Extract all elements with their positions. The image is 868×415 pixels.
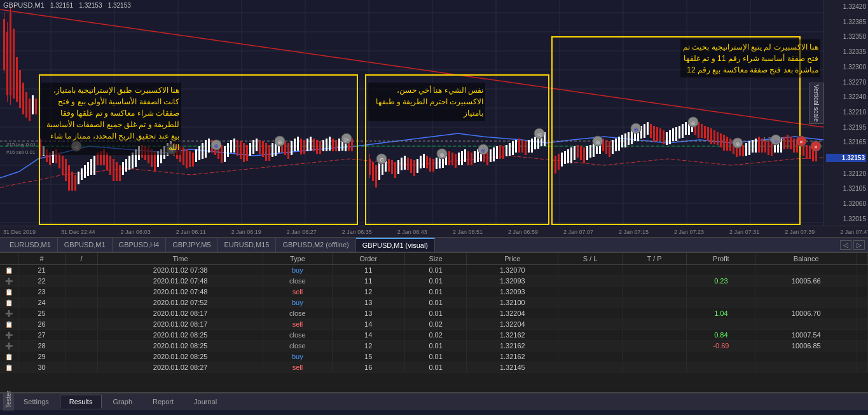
svg-rect-90 <box>189 151 191 167</box>
chart-area: ◁ 4 ◎ ◎ ▷ ⊙ ◎ ◎ ◁ ◎ ◎ ◎ ◎ ◎ ✕ ✕ 1.32153 <box>0 0 868 226</box>
chart-tab-prev[interactable]: ◁ <box>840 240 851 250</box>
table-header-row: # / Time Type Order Size Price S / L T /… <box>0 253 868 265</box>
svg-rect-239 <box>682 124 684 138</box>
svg-text:◎: ◎ <box>278 140 282 144</box>
row-id: 23 <box>18 287 65 297</box>
row-slash <box>65 308 98 319</box>
row-balance: 10007.54 <box>755 330 857 341</box>
col-num: # <box>18 253 65 265</box>
row-spacer <box>857 308 868 319</box>
svg-rect-40 <box>32 95 34 114</box>
svg-rect-57 <box>84 165 86 178</box>
row-icon-cell: ➕ <box>0 330 18 341</box>
table-row[interactable]: ➕ 27 2020.01.02 08:25 close 14 0.02 1.32… <box>0 330 868 341</box>
row-sl <box>558 330 622 341</box>
svg-rect-106 <box>240 141 242 159</box>
price-8: 1.32210 <box>826 109 866 116</box>
price-2: 1.32385 <box>826 18 866 25</box>
chart-tab-eurusd-m1[interactable]: EURUSD,M1 <box>3 238 58 252</box>
svg-rect-114 <box>265 143 267 161</box>
price-12: 1.32120 <box>826 170 866 177</box>
svg-rect-193 <box>528 140 530 153</box>
col-type: Type <box>263 253 332 265</box>
svg-rect-132 <box>322 140 324 151</box>
row-price: 1.32162 <box>467 351 558 362</box>
table-row[interactable]: ➕ 22 2020.01.02 07:48 close 11 0.01 1.32… <box>0 276 868 287</box>
table-row[interactable]: ➕ 25 2020.01.02 08:17 close 13 0.01 1.32… <box>0 308 868 319</box>
svg-rect-190 <box>518 139 520 153</box>
svg-rect-263 <box>758 137 760 153</box>
svg-text:#16 sell 0.01: #16 sell 0.01 <box>6 149 36 155</box>
svg-rect-153 <box>401 158 403 170</box>
svg-rect-128 <box>310 137 312 151</box>
table-row[interactable]: 📋 23 2020.01.02 07:48 sell 12 0.01 1.320… <box>0 287 868 297</box>
time-2: 2 Jan 06:03 <box>121 229 151 235</box>
svg-rect-250 <box>717 132 719 145</box>
chart-tab-eurusd-m15[interactable]: EURUSD,M15 <box>218 238 277 252</box>
table-row[interactable]: 📋 26 2020.01.02 08:17 sell 14 0.02 1.322… <box>0 319 868 330</box>
svg-rect-171 <box>458 153 460 165</box>
row-profit <box>687 287 755 297</box>
row-price: 1.32145 <box>467 362 558 373</box>
table-row[interactable]: 📋 21 2020.01.02 07:38 buy 11 0.01 1.3207… <box>0 265 868 276</box>
col-balance: Balance <box>755 253 857 265</box>
chart-tab-gbpusd-m2-offline[interactable]: GBPUSD,M2 (offline) <box>276 238 355 252</box>
chart-tab-gbpusd-h4[interactable]: GBPUSD,H4 <box>113 238 167 252</box>
row-sl <box>558 341 622 351</box>
svg-rect-163 <box>432 159 434 172</box>
svg-rect-88 <box>183 147 184 165</box>
time-axis: 31 Dec 2019 31 Dec 22:44 2 Jan 06:03 2 J… <box>0 226 868 237</box>
time-11: 2 Jan 07:15 <box>619 229 649 235</box>
table-row[interactable]: 📋 29 2020.01.02 08:25 buy 15 0.01 1.3216… <box>0 351 868 362</box>
row-id: 21 <box>18 265 65 276</box>
bottom-tab-settings[interactable]: Settings <box>14 395 59 409</box>
row-slash <box>65 276 98 287</box>
chart-tab-gbpjpy-m5[interactable]: GBPJPY,M5 <box>166 238 217 252</box>
row-type: buy <box>263 297 332 308</box>
chart-header: GBPUSD,M1 1.32151 1.32153 1.32153 <box>3 1 131 9</box>
row-type: sell <box>263 287 332 297</box>
table-row[interactable]: ➕ 28 2020.01.02 08:25 close 12 0.01 1.32… <box>0 341 868 351</box>
vertical-scale-button[interactable]: Vertical scale <box>809 83 823 124</box>
bottom-tab-report[interactable]: Report <box>143 395 183 409</box>
row-price: 1.32093 <box>467 276 558 287</box>
bottom-tab-results[interactable]: Results <box>60 395 102 409</box>
row-order: 16 <box>332 362 404 373</box>
table-row[interactable]: 📋 24 2020.01.02 07:52 buy 13 0.01 1.3210… <box>0 297 868 308</box>
svg-rect-208 <box>583 147 585 163</box>
row-balance: 10006.70 <box>755 308 857 319</box>
row-id: 25 <box>18 308 65 319</box>
svg-rect-279 <box>809 146 811 159</box>
svg-rect-217 <box>612 140 614 154</box>
tester-label[interactable]: Tester <box>3 393 14 411</box>
chart-tab-gbpusd-m1-visual[interactable]: GBPUSD,M1 (visual) <box>356 238 435 252</box>
col-slash: / <box>65 253 98 265</box>
row-time: 2020.01.02 07:38 <box>98 265 263 276</box>
svg-rect-221 <box>624 133 626 147</box>
row-sl <box>558 362 622 373</box>
svg-rect-272 <box>787 135 789 149</box>
row-size: 0.01 <box>404 341 466 351</box>
svg-rect-227 <box>644 124 645 138</box>
row-size: 0.02 <box>404 319 466 330</box>
chart-tab-next[interactable]: ▷ <box>853 240 865 250</box>
col-tp: T / P <box>622 253 687 265</box>
svg-rect-122 <box>291 141 293 155</box>
table-row[interactable]: 📋 30 2020.01.02 08:27 sell 16 0.01 1.321… <box>0 362 868 373</box>
svg-rect-130 <box>316 140 318 154</box>
chart-tab-gbpusd-m1[interactable]: GBPUSD,M1 <box>58 238 113 252</box>
svg-rect-174 <box>467 151 469 165</box>
col-icon <box>0 253 18 265</box>
row-id: 22 <box>18 276 65 287</box>
bottom-tab-journal[interactable]: Journal <box>184 395 226 409</box>
bottom-tab-graph[interactable]: Graph <box>103 395 142 409</box>
time-14: 2 Jan 07:39 <box>785 229 815 235</box>
price-10: 1.32165 <box>826 139 866 146</box>
svg-rect-127 <box>307 139 308 151</box>
svg-rect-103 <box>230 140 232 153</box>
trade-table-container[interactable]: # / Time Type Order Size Price S / L T /… <box>0 252 868 392</box>
row-order: 12 <box>332 341 404 351</box>
row-order: 13 <box>332 308 404 319</box>
svg-rect-205 <box>574 146 575 160</box>
row-id: 27 <box>18 330 65 341</box>
